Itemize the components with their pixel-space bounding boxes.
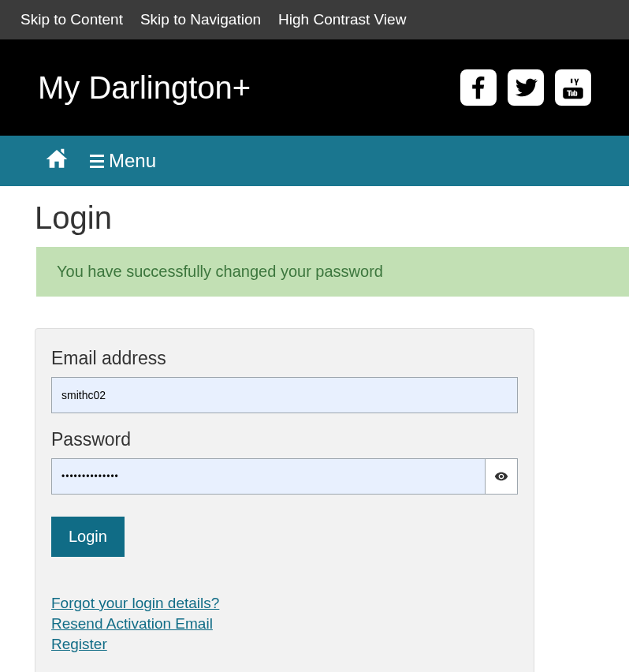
login-button[interactable]: Login bbox=[51, 517, 125, 557]
youtube-icon[interactable] bbox=[555, 69, 591, 106]
page-title: Login bbox=[35, 200, 594, 236]
email-label: Email address bbox=[51, 348, 518, 369]
toggle-password-visibility-button[interactable] bbox=[485, 458, 518, 495]
password-field[interactable] bbox=[51, 458, 485, 495]
resend-activation-link[interactable]: Resend Activation Email bbox=[51, 615, 213, 633]
email-field[interactable] bbox=[51, 377, 518, 413]
forgot-login-link[interactable]: Forgot your login details? bbox=[51, 595, 219, 612]
accessibility-top-bar: Skip to Content Skip to Navigation High … bbox=[0, 0, 629, 39]
login-panel: Email address Password Login Forgot your… bbox=[35, 328, 534, 672]
social-icons bbox=[460, 69, 591, 106]
register-link[interactable]: Register bbox=[51, 636, 107, 653]
high-contrast-link[interactable]: High Contrast View bbox=[278, 11, 406, 28]
helper-links: Forgot your login details? Resend Activa… bbox=[51, 595, 518, 653]
twitter-icon[interactable] bbox=[508, 69, 544, 106]
site-title: My Darlington+ bbox=[38, 70, 251, 106]
facebook-icon[interactable] bbox=[460, 69, 497, 106]
menu-toggle[interactable]: Menu bbox=[90, 150, 156, 172]
site-header: My Darlington+ bbox=[0, 39, 629, 136]
skip-to-content-link[interactable]: Skip to Content bbox=[20, 11, 123, 28]
skip-to-navigation-link[interactable]: Skip to Navigation bbox=[140, 11, 261, 28]
success-alert: You have successfully changed your passw… bbox=[36, 247, 629, 297]
menu-label: Menu bbox=[109, 150, 156, 172]
eye-icon bbox=[494, 469, 508, 483]
hamburger-icon bbox=[90, 155, 104, 168]
password-label: Password bbox=[51, 429, 518, 450]
home-icon[interactable] bbox=[43, 147, 71, 175]
main-nav: Menu bbox=[0, 136, 629, 186]
main-content: Login You have successfully changed your… bbox=[0, 186, 629, 672]
